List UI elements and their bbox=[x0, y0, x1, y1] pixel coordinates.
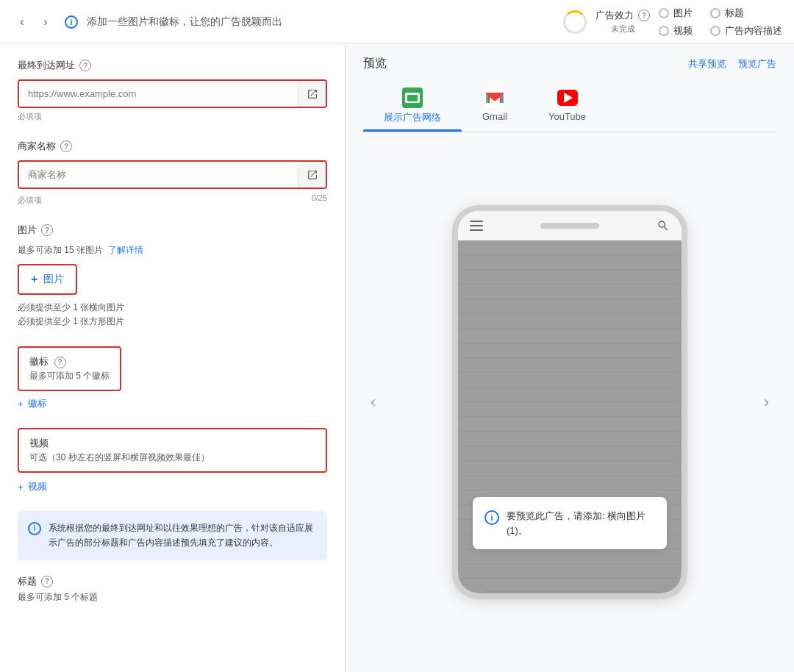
hamburger-icon bbox=[470, 221, 483, 231]
merchant-suffix-btn[interactable] bbox=[298, 162, 326, 187]
topbar-info-label: 添加一些图片和徽标，让您的广告脱颖而出 bbox=[87, 15, 282, 29]
option-title[interactable]: 标题 bbox=[710, 7, 782, 20]
video-title: 视频 bbox=[29, 437, 315, 450]
phone-next-button[interactable]: › bbox=[764, 393, 769, 412]
add-image-label: 图片 bbox=[43, 273, 64, 286]
url-input[interactable] bbox=[19, 81, 298, 107]
preview-tabs: 展示广告网络 Gmail bbox=[363, 82, 776, 132]
phone-container: ‹ i 要预览此广告，请添加: 横向图片 (1)。 bbox=[363, 144, 776, 660]
url-suffix-btn[interactable] bbox=[298, 81, 326, 107]
merchant-required: 必填项 bbox=[18, 195, 42, 206]
logo-help-icon[interactable]: ? bbox=[54, 357, 66, 368]
video-box: 视频 可选（30 秒左右的竖屏和横屏视频效果最佳） bbox=[18, 428, 327, 473]
nav-buttons: ‹ › bbox=[12, 12, 56, 32]
display-network-icon bbox=[402, 87, 423, 108]
url-input-row bbox=[18, 79, 327, 108]
tab-gmail[interactable]: Gmail bbox=[462, 82, 528, 132]
option-video[interactable]: 视频 bbox=[659, 24, 693, 37]
image-label-text: 图片 bbox=[18, 224, 37, 237]
phone-prev-button[interactable]: ‹ bbox=[371, 393, 376, 412]
ad-perf-status: 未完成 bbox=[611, 24, 635, 35]
merchant-input-row bbox=[18, 160, 327, 189]
logo-title: 徽标 ? bbox=[29, 355, 110, 368]
tab-display[interactable]: 展示广告网络 bbox=[363, 82, 462, 132]
option-col1: 图片 视频 bbox=[659, 7, 693, 37]
video-section: 视频 可选（30 秒左右的竖屏和横屏视频效果最佳） + 视频 bbox=[18, 428, 327, 493]
option-video-label: 视频 bbox=[673, 24, 693, 37]
svg-rect-1 bbox=[470, 221, 483, 222]
title-help-icon[interactable]: ? bbox=[41, 576, 53, 587]
svg-rect-2 bbox=[470, 225, 483, 226]
phone-search-icon bbox=[657, 219, 670, 232]
share-preview-link[interactable]: 共享预览 bbox=[688, 57, 726, 71]
url-section: 最终到达网址 ? 必填项 bbox=[18, 59, 327, 122]
preview-title: 预览 bbox=[363, 56, 387, 71]
youtube-icon bbox=[557, 87, 578, 108]
option-col2: 标题 广告内容描述 bbox=[710, 7, 782, 37]
image-sub-row: 最多可添加 15 张图片 了解详情 bbox=[18, 244, 327, 257]
merchant-label-text: 商家名称 bbox=[18, 140, 56, 153]
ad-perf-help-icon[interactable]: ? bbox=[638, 10, 650, 21]
info-box-text: 系统根据您的最终到达网址和以往效果理想的广告，针对该自适应展示广告的部分标题和广… bbox=[49, 521, 317, 549]
ad-perf-label: 广告效力 bbox=[596, 9, 634, 22]
info-box-icon: i bbox=[28, 522, 41, 535]
merchant-char-count: 0/25 bbox=[312, 193, 327, 206]
image-help-icon[interactable]: ? bbox=[41, 224, 53, 236]
video-sub-text: 可选（30 秒左右的竖屏和横屏视频效果最佳） bbox=[29, 451, 315, 464]
title-sub-text: 最多可添加 5 个标题 bbox=[18, 591, 327, 604]
right-panel: 预览 共享预览 预览广告 展示广告网络 bbox=[346, 44, 794, 672]
image-requirements: 必须提供至少 1 张横向图片 必须提供至少 1 张方形图片 bbox=[18, 301, 327, 329]
radio-title[interactable] bbox=[710, 8, 720, 18]
add-logo-button[interactable]: + 徽标 bbox=[18, 397, 327, 410]
preview-msg-icon: i bbox=[484, 510, 499, 525]
option-description[interactable]: 广告内容描述 bbox=[710, 24, 782, 37]
url-label: 最终到达网址 ? bbox=[18, 59, 327, 72]
merchant-label: 商家名称 ? bbox=[18, 140, 327, 153]
url-required: 必填项 bbox=[18, 111, 327, 122]
add-video-button[interactable]: + 视频 bbox=[18, 480, 327, 493]
preview-links: 共享预览 预览广告 bbox=[688, 57, 776, 71]
logo-box: 徽标 ? 最多可添加 5 个徽标 bbox=[18, 346, 121, 391]
add-image-plus-icon: + bbox=[31, 273, 37, 286]
image-section: 图片 ? 最多可添加 15 张图片 了解详情 + 图片 必须提供至少 1 张横向… bbox=[18, 224, 327, 329]
merchant-help-icon[interactable]: ? bbox=[60, 140, 72, 152]
topbar-info-text: 添加一些图片和徽标，让您的广告脱颖而出 bbox=[87, 15, 554, 29]
phone-top-bar bbox=[458, 211, 682, 240]
add-logo-label: 徽标 bbox=[28, 397, 47, 410]
image-label: 图片 ? bbox=[18, 224, 327, 237]
image-req2: 必须提供至少 1 张方形图片 bbox=[18, 315, 327, 329]
add-video-label: 视频 bbox=[28, 480, 47, 493]
radio-description[interactable] bbox=[710, 26, 720, 36]
tab-display-label: 展示广告网络 bbox=[384, 111, 441, 124]
logo-label-text: 徽标 bbox=[29, 356, 49, 367]
tab-youtube[interactable]: YouTube bbox=[528, 82, 607, 132]
preview-message-box: i 要预览此广告，请添加: 横向图片 (1)。 bbox=[473, 497, 667, 549]
radio-image[interactable] bbox=[659, 8, 669, 18]
option-image-label: 图片 bbox=[673, 7, 693, 20]
phone-mockup: i 要预览此广告，请添加: 横向图片 (1)。 bbox=[452, 205, 687, 599]
preview-header: 预览 共享预览 预览广告 bbox=[363, 56, 776, 71]
merchant-input[interactable] bbox=[19, 162, 298, 187]
back-button[interactable]: ‹ bbox=[12, 12, 32, 32]
ad-options: 图片 视频 标题 广告内容描述 bbox=[659, 7, 782, 37]
ad-performance: 广告效力 ? 未完成 bbox=[596, 9, 650, 35]
radio-video[interactable] bbox=[659, 26, 669, 36]
tab-youtube-label: YouTube bbox=[548, 111, 586, 122]
merchant-section: 商家名称 ? 必填项 0/25 bbox=[18, 140, 327, 206]
add-image-button[interactable]: + 图片 bbox=[18, 264, 77, 295]
top-bar: ‹ › i 添加一些图片和徽标，让您的广告脱颖而出 广告效力 ? 未完成 图片 … bbox=[0, 0, 794, 44]
preview-ad-link[interactable]: 预览广告 bbox=[738, 57, 776, 71]
phone-screen: i 要预览此广告，请添加: 横向图片 (1)。 bbox=[458, 240, 682, 593]
option-image[interactable]: 图片 bbox=[659, 7, 693, 20]
info-box: i 系统根据您的最终到达网址和以往效果理想的广告，针对该自适应展示广告的部分标题… bbox=[18, 511, 327, 560]
phone-address-bar bbox=[540, 223, 599, 229]
title-section: 标题 ? 最多可添加 5 个标题 bbox=[18, 575, 327, 604]
preview-msg-text: 要预览此广告，请添加: 横向图片 (1)。 bbox=[507, 509, 655, 537]
title-label-text: 标题 bbox=[18, 575, 37, 588]
gmail-icon bbox=[484, 87, 505, 108]
url-help-icon[interactable]: ? bbox=[79, 60, 91, 71]
forward-button[interactable]: › bbox=[35, 12, 56, 32]
image-learn-link[interactable]: 了解详情 bbox=[108, 245, 143, 255]
topbar-info-icon: i bbox=[65, 15, 78, 29]
ad-performance-circle bbox=[563, 10, 587, 34]
